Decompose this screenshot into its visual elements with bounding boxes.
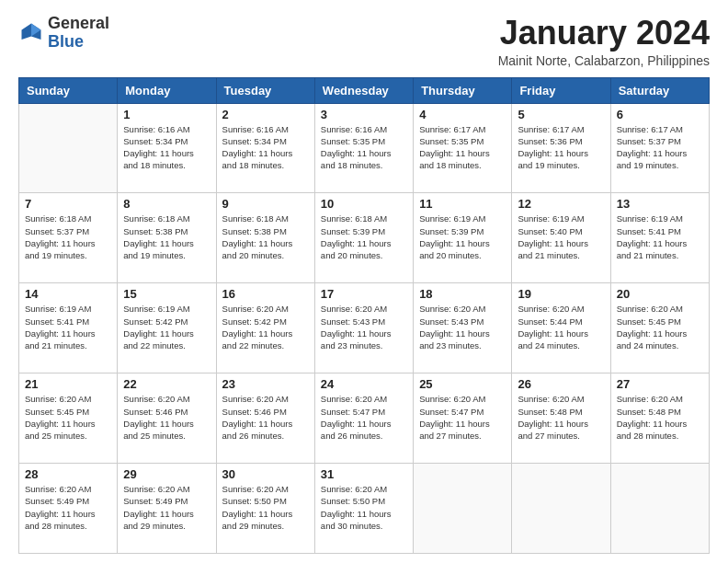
calendar-header-row: Sunday Monday Tuesday Wednesday Thursday… <box>19 77 710 103</box>
day-info: Sunrise: 6:17 AM Sunset: 5:37 PM Dayligh… <box>617 123 703 172</box>
calendar-table: Sunday Monday Tuesday Wednesday Thursday… <box>18 77 710 554</box>
day-info: Sunrise: 6:19 AM Sunset: 5:41 PM Dayligh… <box>617 213 703 261</box>
day-info: Sunrise: 6:20 AM Sunset: 5:49 PM Dayligh… <box>25 483 111 532</box>
table-row: 29Sunrise: 6:20 AM Sunset: 5:49 PM Dayli… <box>118 464 216 554</box>
day-info: Sunrise: 6:20 AM Sunset: 5:43 PM Dayligh… <box>419 303 506 351</box>
day-info: Sunrise: 6:16 AM Sunset: 5:34 PM Dayligh… <box>222 123 309 172</box>
day-number: 2 <box>222 108 309 121</box>
table-row <box>610 464 709 554</box>
day-info: Sunrise: 6:20 AM Sunset: 5:46 PM Dayligh… <box>123 393 210 442</box>
month-title: January 2024 <box>498 15 710 52</box>
title-section: January 2024 Mainit Norte, Calabarzon, P… <box>498 15 710 68</box>
day-number: 19 <box>518 287 604 301</box>
day-info: Sunrise: 6:19 AM Sunset: 5:42 PM Dayligh… <box>123 303 210 351</box>
logo-general: General <box>48 14 109 32</box>
day-number: 27 <box>617 377 703 391</box>
table-row: 8Sunrise: 6:18 AM Sunset: 5:38 PM Daylig… <box>118 193 216 283</box>
col-sunday: Sunday <box>19 77 118 103</box>
calendar-week-row: 7Sunrise: 6:18 AM Sunset: 5:37 PM Daylig… <box>19 193 710 283</box>
table-row: 20Sunrise: 6:20 AM Sunset: 5:45 PM Dayli… <box>610 283 709 373</box>
table-row: 16Sunrise: 6:20 AM Sunset: 5:42 PM Dayli… <box>216 283 314 373</box>
day-info: Sunrise: 6:20 AM Sunset: 5:42 PM Dayligh… <box>222 303 309 351</box>
table-row: 3Sunrise: 6:16 AM Sunset: 5:35 PM Daylig… <box>314 103 413 193</box>
day-number: 31 <box>321 467 407 481</box>
calendar-week-row: 28Sunrise: 6:20 AM Sunset: 5:49 PM Dayli… <box>19 464 710 554</box>
day-number: 20 <box>617 287 703 301</box>
table-row: 31Sunrise: 6:20 AM Sunset: 5:50 PM Dayli… <box>314 464 413 554</box>
day-info: Sunrise: 6:17 AM Sunset: 5:35 PM Dayligh… <box>419 123 506 172</box>
table-row <box>414 464 512 554</box>
day-info: Sunrise: 6:20 AM Sunset: 5:47 PM Dayligh… <box>419 393 506 442</box>
logo: General Blue <box>18 15 109 52</box>
table-row: 26Sunrise: 6:20 AM Sunset: 5:48 PM Dayli… <box>512 373 610 464</box>
day-number: 22 <box>123 377 210 391</box>
day-number: 25 <box>419 377 506 391</box>
day-info: Sunrise: 6:20 AM Sunset: 5:47 PM Dayligh… <box>321 393 407 442</box>
day-info: Sunrise: 6:20 AM Sunset: 5:48 PM Dayligh… <box>518 393 604 442</box>
day-info: Sunrise: 6:20 AM Sunset: 5:48 PM Dayligh… <box>617 393 703 442</box>
day-number: 5 <box>518 108 604 121</box>
table-row: 15Sunrise: 6:19 AM Sunset: 5:42 PM Dayli… <box>118 283 216 373</box>
page: General Blue January 2024 Mainit Norte, … <box>0 0 728 563</box>
table-row: 23Sunrise: 6:20 AM Sunset: 5:46 PM Dayli… <box>216 373 314 464</box>
col-saturday: Saturday <box>610 77 709 103</box>
table-row: 1Sunrise: 6:16 AM Sunset: 5:34 PM Daylig… <box>118 103 216 193</box>
logo-icon <box>18 20 44 46</box>
day-number: 14 <box>25 287 111 301</box>
location-subtitle: Mainit Norte, Calabarzon, Philippines <box>498 53 710 68</box>
calendar-week-row: 21Sunrise: 6:20 AM Sunset: 5:45 PM Dayli… <box>19 373 710 464</box>
day-number: 16 <box>222 287 309 301</box>
day-number: 18 <box>419 287 506 301</box>
day-number: 15 <box>123 287 210 301</box>
table-row: 30Sunrise: 6:20 AM Sunset: 5:50 PM Dayli… <box>216 464 314 554</box>
table-row: 13Sunrise: 6:19 AM Sunset: 5:41 PM Dayli… <box>610 193 709 283</box>
table-row: 7Sunrise: 6:18 AM Sunset: 5:37 PM Daylig… <box>19 193 118 283</box>
day-info: Sunrise: 6:20 AM Sunset: 5:45 PM Dayligh… <box>25 393 111 442</box>
table-row: 11Sunrise: 6:19 AM Sunset: 5:39 PM Dayli… <box>414 193 512 283</box>
table-row: 4Sunrise: 6:17 AM Sunset: 5:35 PM Daylig… <box>414 103 512 193</box>
day-number: 1 <box>123 108 210 121</box>
day-number: 21 <box>25 377 111 391</box>
table-row: 2Sunrise: 6:16 AM Sunset: 5:34 PM Daylig… <box>216 103 314 193</box>
day-info: Sunrise: 6:19 AM Sunset: 5:41 PM Dayligh… <box>25 303 111 351</box>
day-number: 30 <box>222 467 309 481</box>
calendar-week-row: 1Sunrise: 6:16 AM Sunset: 5:34 PM Daylig… <box>19 103 710 193</box>
table-row: 14Sunrise: 6:19 AM Sunset: 5:41 PM Dayli… <box>19 283 118 373</box>
day-number: 24 <box>321 377 407 391</box>
col-wednesday: Wednesday <box>314 77 413 103</box>
table-row: 27Sunrise: 6:20 AM Sunset: 5:48 PM Dayli… <box>610 373 709 464</box>
day-info: Sunrise: 6:20 AM Sunset: 5:45 PM Dayligh… <box>617 303 703 351</box>
table-row: 22Sunrise: 6:20 AM Sunset: 5:46 PM Dayli… <box>118 373 216 464</box>
table-row: 24Sunrise: 6:20 AM Sunset: 5:47 PM Dayli… <box>314 373 413 464</box>
day-info: Sunrise: 6:20 AM Sunset: 5:44 PM Dayligh… <box>518 303 604 351</box>
day-number: 4 <box>419 108 506 121</box>
day-info: Sunrise: 6:19 AM Sunset: 5:39 PM Dayligh… <box>419 213 506 261</box>
table-row: 28Sunrise: 6:20 AM Sunset: 5:49 PM Dayli… <box>19 464 118 554</box>
day-number: 26 <box>518 377 604 391</box>
table-row: 18Sunrise: 6:20 AM Sunset: 5:43 PM Dayli… <box>414 283 512 373</box>
day-number: 10 <box>321 197 407 211</box>
day-info: Sunrise: 6:18 AM Sunset: 5:37 PM Dayligh… <box>25 213 111 261</box>
table-row: 6Sunrise: 6:17 AM Sunset: 5:37 PM Daylig… <box>610 103 709 193</box>
table-row: 17Sunrise: 6:20 AM Sunset: 5:43 PM Dayli… <box>314 283 413 373</box>
day-info: Sunrise: 6:18 AM Sunset: 5:38 PM Dayligh… <box>222 213 309 261</box>
day-info: Sunrise: 6:18 AM Sunset: 5:39 PM Dayligh… <box>321 213 407 261</box>
table-row: 21Sunrise: 6:20 AM Sunset: 5:45 PM Dayli… <box>19 373 118 464</box>
day-info: Sunrise: 6:17 AM Sunset: 5:36 PM Dayligh… <box>518 123 604 172</box>
col-friday: Friday <box>512 77 610 103</box>
day-info: Sunrise: 6:20 AM Sunset: 5:49 PM Dayligh… <box>123 483 210 532</box>
day-number: 23 <box>222 377 309 391</box>
day-number: 17 <box>321 287 407 301</box>
day-info: Sunrise: 6:16 AM Sunset: 5:34 PM Dayligh… <box>123 123 210 172</box>
day-number: 28 <box>25 467 111 481</box>
table-row: 12Sunrise: 6:19 AM Sunset: 5:40 PM Dayli… <box>512 193 610 283</box>
day-number: 11 <box>419 197 506 211</box>
day-number: 29 <box>123 467 210 481</box>
day-number: 3 <box>321 108 407 121</box>
table-row <box>512 464 610 554</box>
table-row: 10Sunrise: 6:18 AM Sunset: 5:39 PM Dayli… <box>314 193 413 283</box>
day-info: Sunrise: 6:20 AM Sunset: 5:50 PM Dayligh… <box>321 483 407 532</box>
table-row: 19Sunrise: 6:20 AM Sunset: 5:44 PM Dayli… <box>512 283 610 373</box>
day-number: 9 <box>222 197 309 211</box>
day-info: Sunrise: 6:20 AM Sunset: 5:46 PM Dayligh… <box>222 393 309 442</box>
